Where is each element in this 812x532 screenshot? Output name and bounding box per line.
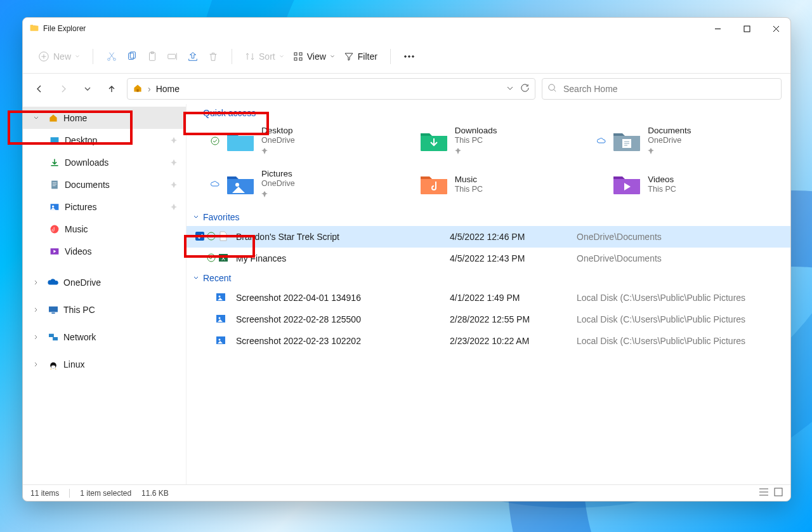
refresh-button[interactable] <box>520 83 530 95</box>
chevron-right-icon[interactable] <box>29 334 43 340</box>
quick-access-documents[interactable]: Documents OneDrive <box>597 126 784 156</box>
svg-rect-16 <box>136 89 138 91</box>
main-content: Quick access Desktop OneDrive <box>187 104 790 484</box>
section-quick-access[interactable]: Quick access <box>187 104 790 122</box>
sidebar: Home Desktop Downloads Doc <box>23 104 187 484</box>
image-icon <box>216 314 226 326</box>
sidebar-item-linux[interactable]: Linux <box>23 353 186 375</box>
close-button[interactable] <box>761 18 790 39</box>
file-location: Local Disk (C:\Users\Public\Public Pictu… <box>577 336 790 346</box>
rename-button[interactable] <box>163 45 182 68</box>
music-icon <box>48 224 61 234</box>
nav-back-button[interactable] <box>30 79 48 99</box>
file-icon <box>218 231 228 243</box>
chevron-down-icon <box>193 275 199 281</box>
folder-icon <box>612 172 641 196</box>
chevron-down-icon[interactable] <box>29 115 43 121</box>
file-name: Screenshot 2022-02-28 125500 <box>236 314 450 324</box>
share-button[interactable] <box>183 45 202 68</box>
file-date: 4/5/2022 12:43 PM <box>450 253 577 263</box>
copy-button[interactable] <box>122 45 141 68</box>
quick-access-downloads[interactable]: Downloads This PC <box>404 126 591 156</box>
qa-sub: OneDrive <box>261 136 295 145</box>
file-date: 2/28/2022 12:55 PM <box>450 314 577 324</box>
chevron-right-icon[interactable] <box>29 279 43 286</box>
search-input[interactable] <box>562 83 776 95</box>
sidebar-item-label: Pictures <box>65 202 186 212</box>
quick-access-music[interactable]: Music This PC <box>404 169 591 199</box>
sidebar-item-onedrive[interactable]: OneDrive <box>23 271 186 293</box>
svg-point-22 <box>52 205 54 207</box>
quick-access-videos[interactable]: Videos This PC <box>597 169 784 199</box>
filter-button[interactable]: Filter <box>340 45 381 68</box>
sort-button[interactable]: Sort <box>241 45 288 68</box>
nav-row: › Home <box>23 74 790 104</box>
quick-access-pictures[interactable]: Pictures OneDrive <box>211 169 398 199</box>
sidebar-item-thispc[interactable]: This PC <box>23 298 186 321</box>
cut-button[interactable] <box>102 45 121 68</box>
sidebar-item-music[interactable]: Music <box>23 218 186 240</box>
sidebar-item-home[interactable]: Home <box>23 107 186 129</box>
sidebar-item-pictures[interactable]: Pictures <box>23 196 186 218</box>
paste-button[interactable] <box>143 45 162 68</box>
qa-sub: OneDrive <box>648 136 691 145</box>
sidebar-item-label: Videos <box>65 246 186 256</box>
svg-rect-25 <box>49 306 58 312</box>
status-bar: 11 items 1 item selected 11.6 KB <box>23 484 790 501</box>
file-location: OneDrive\Documents <box>577 232 790 242</box>
section-recent[interactable]: Recent <box>187 269 790 287</box>
quick-access-desktop[interactable]: Desktop OneDrive <box>211 126 398 156</box>
svg-text:X: X <box>221 255 225 262</box>
details-view-button[interactable] <box>759 488 769 498</box>
breadcrumb-chevron-icon[interactable] <box>506 84 514 94</box>
svg-rect-18 <box>51 137 59 142</box>
recent-row-2[interactable]: Screenshot 2022-02-23 102202 2/23/2022 1… <box>187 330 790 352</box>
sidebar-item-desktop[interactable]: Desktop <box>23 129 186 151</box>
nav-recent-button[interactable] <box>79 79 96 99</box>
maximize-button[interactable] <box>732 18 761 39</box>
svg-rect-34 <box>195 232 204 241</box>
section-favorites[interactable]: Favorites <box>187 208 790 226</box>
sidebar-item-network[interactable]: Network <box>23 326 186 348</box>
chevron-right-icon[interactable] <box>29 307 43 313</box>
svg-rect-26 <box>51 312 55 314</box>
sidebar-item-label: Linux <box>63 359 186 369</box>
svg-point-15 <box>412 55 414 57</box>
svg-point-31 <box>211 137 219 145</box>
section-label: Quick access <box>203 108 256 118</box>
qa-name: Music <box>455 175 483 184</box>
recent-row-1[interactable]: Screenshot 2022-02-28 125500 2/28/2022 1… <box>187 309 790 330</box>
cloud-icon <box>211 181 219 187</box>
file-name: Screenshot 2022-02-23 102202 <box>236 336 450 346</box>
pin-icon <box>261 146 295 156</box>
svg-point-42 <box>219 317 221 319</box>
sidebar-item-documents[interactable]: Documents <box>23 173 186 196</box>
pc-icon <box>47 305 60 314</box>
documents-icon <box>48 180 61 190</box>
pin-icon <box>171 135 177 145</box>
sidebar-item-videos[interactable]: Videos <box>23 240 186 262</box>
sidebar-item-label: Home <box>63 113 186 123</box>
thumbnails-view-button[interactable] <box>774 488 783 498</box>
minimize-button[interactable] <box>703 18 732 39</box>
cloud-icon <box>597 138 606 144</box>
nav-up-button[interactable] <box>103 79 121 99</box>
search-box[interactable] <box>542 78 782 100</box>
favorite-row-0[interactable]: Brandon's Star Trek Script 4/5/2022 12:4… <box>187 226 790 248</box>
file-explorer-window: File Explorer New <box>22 17 791 502</box>
checkbox-checked-icon[interactable] <box>195 232 204 243</box>
new-button[interactable]: New <box>34 45 84 68</box>
more-button[interactable] <box>400 45 419 68</box>
view-button[interactable]: View <box>289 45 339 68</box>
delete-button[interactable] <box>204 45 223 68</box>
sidebar-item-downloads[interactable]: Downloads <box>23 151 186 173</box>
svg-rect-11 <box>294 58 297 60</box>
svg-rect-28 <box>53 337 58 340</box>
home-icon <box>47 113 60 123</box>
nav-forward-button[interactable] <box>55 79 72 99</box>
recent-row-0[interactable]: Screenshot 2022-04-01 134916 4/1/2022 1:… <box>187 287 790 309</box>
favorite-row-1[interactable]: X My Finances 4/5/2022 12:43 PM OneDrive… <box>187 248 790 269</box>
breadcrumb-home[interactable]: Home <box>156 84 180 94</box>
address-bar[interactable]: › Home <box>127 78 535 100</box>
chevron-right-icon[interactable] <box>29 361 43 368</box>
